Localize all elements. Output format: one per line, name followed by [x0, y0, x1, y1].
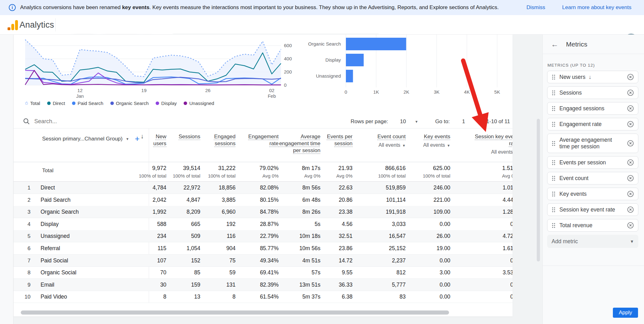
- table-search[interactable]: [23, 118, 129, 125]
- legend-item-unassigned: Unassigned: [184, 101, 214, 106]
- remove-metric-icon[interactable]: [627, 140, 634, 147]
- horizontal-scrollbar[interactable]: [21, 310, 449, 315]
- cell-value: 109.00: [403, 209, 450, 215]
- cell-value: 2,237: [358, 257, 406, 264]
- cell-value: 69.41%: [231, 269, 279, 276]
- vertical-scrollbar[interactable]: [537, 119, 540, 261]
- total-subtext: Avg 0%: [471, 173, 513, 178]
- remove-metric-icon[interactable]: [627, 190, 634, 198]
- cell-value: 20.86: [305, 197, 353, 203]
- add-dimension-button[interactable]: +: [135, 134, 140, 144]
- column-header-session-key-event-rate[interactable]: Session key event rateAll events▼: [470, 133, 513, 156]
- column-header-label: Average engagement time per session: [279, 134, 320, 153]
- cell-value: 0%: [471, 282, 513, 288]
- channel-name: Organic Search: [41, 209, 79, 215]
- metric-chip-sessions[interactable]: Sessions: [547, 86, 638, 99]
- remove-metric-icon[interactable]: [627, 120, 634, 128]
- remove-metric-icon[interactable]: [627, 206, 634, 213]
- column-header-label: New users: [153, 134, 166, 146]
- legend-label: Direct: [53, 101, 65, 106]
- column-header-sessions[interactable]: Sessions: [169, 133, 200, 140]
- remove-metric-icon[interactable]: [627, 222, 634, 229]
- remove-metric-icon[interactable]: [627, 159, 634, 166]
- table-search-input[interactable]: [34, 118, 129, 125]
- collapsed-nav-strip: [0, 35, 14, 324]
- prev-page-icon[interactable]: ‹: [478, 118, 481, 125]
- drag-handle-icon[interactable]: [552, 90, 555, 96]
- sort-descending-icon[interactable]: ↓: [141, 133, 144, 140]
- column-header-label: Engaged sessions: [214, 134, 236, 146]
- total-value: 866,616: [358, 165, 406, 172]
- cell-value: 1.61%: [471, 245, 513, 252]
- total-value: 31,222: [188, 165, 236, 172]
- dismiss-button[interactable]: Dismiss: [526, 4, 545, 11]
- column-event-filter[interactable]: All events▼: [403, 142, 450, 149]
- legend-dot-icon: [110, 102, 114, 105]
- filter-label: All events: [423, 142, 445, 148]
- cell-value: 23.86: [305, 245, 353, 252]
- total-value: 21.93: [305, 165, 353, 172]
- drag-handle-icon[interactable]: [552, 223, 555, 228]
- drag-handle-icon[interactable]: [552, 74, 555, 80]
- column-header-key-events[interactable]: Key eventsAll events▼: [403, 133, 450, 149]
- metric-chip-session-key-event-rate[interactable]: Session key event rate: [547, 203, 638, 216]
- column-header-new-users[interactable]: New users: [144, 133, 166, 147]
- column-header-label: Event count: [377, 134, 406, 140]
- bar-organic-search: [346, 38, 406, 50]
- legend-label: Display: [161, 101, 177, 106]
- drag-handle-icon[interactable]: [552, 122, 555, 127]
- column-header-average-engagement-time-per-session[interactable]: Average engagement time per session: [279, 133, 320, 154]
- add-metric-label: Add metric: [552, 238, 578, 245]
- cell-value: 49.34%: [231, 257, 279, 264]
- add-metric-dropdown[interactable]: Add metric ▼: [547, 235, 638, 248]
- x-axis-tick: 12: [77, 88, 83, 93]
- metric-chip-new-users[interactable]: New users↓: [547, 71, 638, 83]
- drag-handle-icon[interactable]: [552, 141, 555, 146]
- column-header-engagement-rate[interactable]: Engagement rate: [239, 133, 279, 147]
- cell-value: 192: [188, 221, 236, 228]
- x-axis-tick: 02: [269, 88, 275, 93]
- remove-metric-icon[interactable]: [627, 73, 634, 81]
- metric-chip-key-events[interactable]: Key events: [547, 188, 638, 200]
- channel-name: Referral: [41, 245, 60, 252]
- column-header-engaged-sessions[interactable]: Engaged sessions: [201, 133, 236, 147]
- legend-dot-icon: [72, 102, 75, 105]
- metric-chip-events-per-session[interactable]: Events per session: [547, 156, 638, 169]
- drag-handle-icon[interactable]: [552, 191, 555, 197]
- column-event-filter[interactable]: All events▼: [470, 149, 513, 156]
- remove-metric-icon[interactable]: [627, 174, 634, 182]
- pagination: Rows per page: 10 ▼ Go to: ‹ 1-10 of 11 …: [351, 118, 513, 125]
- chevron-down-icon[interactable]: ▼: [415, 120, 418, 124]
- drag-handle-icon[interactable]: [552, 207, 555, 212]
- rows-per-page-select[interactable]: 10: [400, 118, 406, 125]
- metric-chip-event-count[interactable]: Event count: [547, 172, 638, 184]
- metric-chip-engagement-rate[interactable]: Engagement rate: [547, 118, 638, 130]
- drag-handle-icon[interactable]: [552, 106, 555, 111]
- cell-value: 0.00: [403, 221, 450, 228]
- dimension-selector[interactable]: Session primary...Channel Group) ▼ +: [42, 134, 140, 144]
- cell-value: 84.78%: [231, 209, 279, 215]
- column-header-event-count[interactable]: Event countAll events▼: [355, 133, 406, 149]
- metric-chip-engaged-sessions[interactable]: Engaged sessions: [547, 102, 638, 115]
- drag-handle-icon[interactable]: [552, 176, 555, 181]
- drag-handle-icon[interactable]: [552, 160, 555, 165]
- table-row: 3Organic Search1,9928,2096,96084.78%8m 2…: [14, 206, 513, 218]
- column-event-filter[interactable]: All events▼: [355, 142, 406, 149]
- remove-metric-icon[interactable]: [627, 89, 634, 96]
- row-number: 1: [18, 185, 31, 191]
- column-header-label: Session key event rate: [475, 134, 513, 146]
- metric-chip-average-engagement-time-per-session[interactable]: Average engagement time per session: [547, 134, 638, 153]
- goto-page-input[interactable]: [458, 118, 469, 125]
- legend-dot-icon: [47, 102, 51, 105]
- learn-more-link[interactable]: Learn more about key events: [562, 4, 631, 11]
- column-header-events-per-session[interactable]: Events per session: [323, 133, 353, 147]
- filter-label: All events: [379, 142, 400, 148]
- metric-chip-total-revenue[interactable]: Total revenue: [547, 219, 638, 232]
- apply-button[interactable]: Apply: [613, 308, 638, 318]
- cell-value: 9.55: [305, 269, 353, 276]
- back-arrow-icon[interactable]: ←: [551, 40, 558, 49]
- row-number: 9: [18, 282, 31, 288]
- remove-metric-icon[interactable]: [627, 105, 634, 112]
- table-controls: Rows per page: 10 ▼ Go to: ‹ 1-10 of 11 …: [14, 118, 513, 128]
- metric-chip-label: Engaged sessions: [559, 105, 604, 112]
